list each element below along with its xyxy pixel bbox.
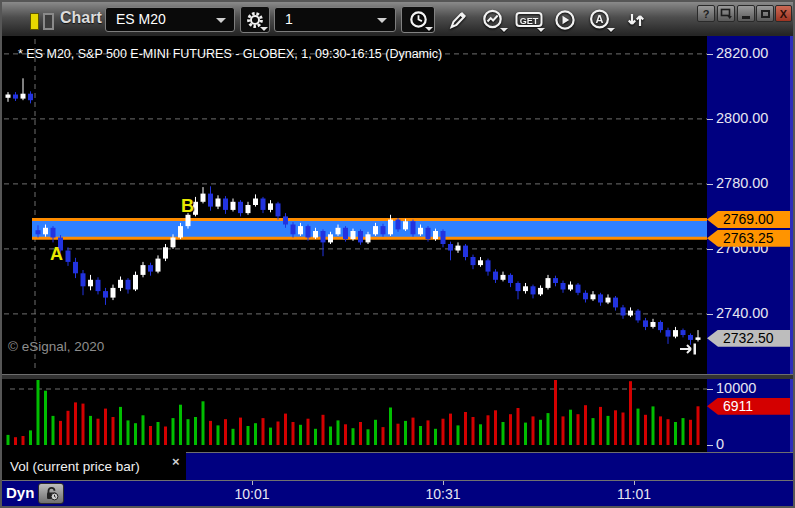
minimize-icon	[742, 16, 750, 19]
draw-button[interactable]	[442, 6, 472, 33]
time-axis-label: 10:31	[425, 486, 460, 502]
get-data-button[interactable]: GET	[512, 6, 546, 33]
app-icon	[30, 13, 39, 30]
app-icon-secondary	[43, 13, 54, 30]
price-tag: 2769.00	[707, 211, 790, 228]
chevron-down-icon	[425, 27, 433, 31]
play-button[interactable]	[549, 6, 580, 33]
volume-axis-label: 0	[707, 436, 793, 452]
close-icon: X	[780, 8, 787, 20]
arrow-to-end-icon	[678, 342, 698, 356]
pencil-icon	[446, 9, 468, 31]
volume-tab-row: Vol (current price bar) ×	[2, 452, 707, 480]
price-axis-label: 2800.00	[707, 110, 793, 126]
price-axis-label: 2820.00	[707, 45, 793, 61]
window-title: Chart	[60, 9, 102, 27]
copyright-text: © eSignal, 2020	[8, 339, 104, 354]
time-tick	[252, 481, 253, 485]
symbol-combo[interactable]: ES M20	[105, 7, 235, 32]
interval-combo[interactable]: 1	[274, 7, 396, 32]
price-tag: 2763.25	[707, 230, 790, 247]
lock-icon	[44, 486, 59, 501]
help-button[interactable]: ?	[697, 5, 715, 22]
volume-axis-label: 10000	[707, 380, 793, 396]
volume-plot	[2, 379, 707, 452]
time-axis-label: 11:01	[617, 486, 651, 502]
volume-pane[interactable]	[2, 379, 707, 452]
marker-b: B	[181, 196, 194, 217]
price-chart-pane[interactable]: * ES M20, S&P 500 E-MINI FUTURES - GLOBE…	[2, 36, 707, 374]
interval-value: 1	[285, 11, 293, 27]
marker-a: A	[50, 244, 63, 265]
restore-button[interactable]	[717, 5, 735, 22]
titlebar[interactable]: Chart ES M20 1	[2, 2, 793, 36]
price-axis-label: 2780.00	[707, 175, 793, 191]
maximize-icon	[761, 10, 770, 18]
lock-button[interactable]	[38, 483, 64, 504]
maximize-button[interactable]	[756, 5, 774, 22]
symbol-value: ES M20	[116, 11, 166, 27]
chart-window: Chart ES M20 1	[0, 0, 795, 508]
bottom-strip	[186, 452, 793, 480]
time-tick	[443, 481, 444, 485]
candlestick-plot	[2, 36, 707, 374]
time-axis-label: 10:01	[234, 486, 269, 502]
get-icon: GET	[515, 10, 543, 30]
chevron-down-icon	[607, 28, 615, 32]
time-tick	[634, 481, 635, 485]
swap-arrows-icon	[625, 9, 647, 31]
svg-text:A: A	[596, 13, 604, 25]
close-button[interactable]: X	[775, 5, 792, 22]
price-tag: 2732.50	[707, 330, 790, 347]
chart-header: * ES M20, S&P 500 E-MINI FUTURES - GLOBE…	[18, 47, 442, 61]
play-icon	[554, 9, 576, 31]
swap-symbols-button[interactable]	[619, 6, 652, 33]
chevron-down-icon	[377, 18, 387, 23]
chevron-down-icon	[537, 28, 545, 32]
minimize-button[interactable]	[737, 5, 755, 22]
price-axis-label: 2740.00	[707, 305, 793, 321]
volume-tag: 6911	[707, 398, 790, 415]
volume-study-label: Vol (current price bar)	[10, 459, 140, 474]
time-interval-button[interactable]	[401, 6, 435, 33]
restore-window-icon	[720, 7, 733, 20]
time-axis[interactable]: Dyn 10:0110:3111:01	[2, 480, 793, 506]
axis-scrollbar[interactable]	[790, 36, 793, 503]
price-axis[interactable]: 2820.002800.002780.002760.002740.002769.…	[707, 36, 793, 503]
chart-style-button[interactable]	[476, 6, 509, 33]
chevron-down-icon	[260, 27, 268, 31]
chevron-down-icon	[216, 18, 226, 23]
svg-text:GET: GET	[520, 15, 539, 25]
help-icon: ?	[703, 8, 710, 20]
chevron-down-icon	[500, 28, 508, 32]
close-study-icon[interactable]: ×	[172, 454, 180, 469]
auto-tools-button[interactable]: A	[583, 6, 616, 33]
symbol-settings-button[interactable]	[240, 6, 270, 33]
goto-latest-bar-button[interactable]	[678, 342, 698, 360]
dynamic-mode-label[interactable]: Dyn	[6, 484, 34, 501]
